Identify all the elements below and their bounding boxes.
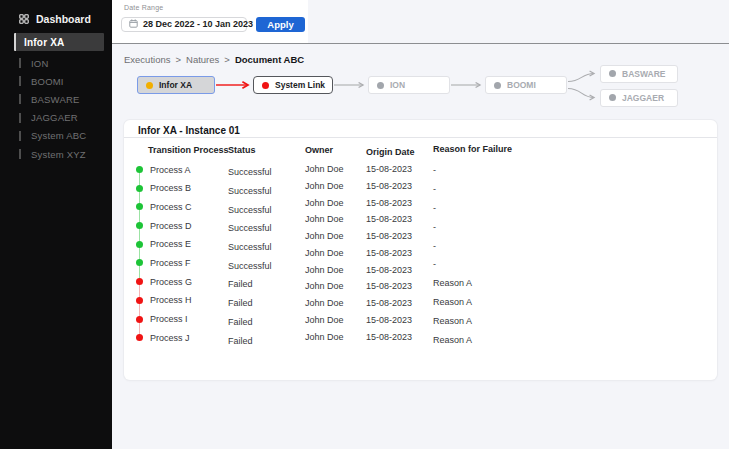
sidebar-item-label: System XYZ — [31, 149, 86, 160]
origin-date-cell: 15-08-2023 — [366, 295, 412, 312]
date-range-input[interactable]: 28 Dec 2022 - 10 Jan 2023 — [121, 17, 247, 32]
origin-date-cell: 15-08-2023 — [366, 194, 412, 211]
process-cell: Process E — [150, 235, 192, 254]
instance-card-title: Infor XA - Instance 01 — [138, 125, 240, 136]
timeline-row — [136, 310, 143, 329]
flow-node-label: JAGGAER — [622, 93, 664, 103]
status-dot-icon — [146, 82, 153, 89]
breadcrumb-separator: > — [224, 54, 230, 65]
status-cell: Successful — [228, 238, 272, 257]
process-status-dot-icon — [136, 316, 143, 323]
status-dot-icon — [609, 94, 616, 101]
process-status-dot-icon — [136, 334, 143, 341]
owner-cell: John Doe — [305, 228, 344, 245]
status-cell: Failed — [228, 275, 272, 294]
process-status-dot-icon — [136, 185, 143, 192]
sidebar-item-system-xyz[interactable]: System XYZ — [0, 145, 112, 163]
flow-node-boomi[interactable]: BOOMI — [485, 76, 567, 94]
status-dot-icon — [609, 70, 616, 77]
owner-cell: John Doe — [305, 261, 344, 278]
status-cell: Successful — [228, 219, 272, 238]
process-cell: Process G — [150, 272, 192, 291]
flow-node-jaggaer[interactable]: JAGGAER — [600, 89, 678, 107]
reason-cell: - — [433, 161, 472, 180]
timeline-row — [136, 235, 143, 254]
process-cell: Process B — [150, 179, 192, 198]
breadcrumb-separator: > — [175, 54, 181, 65]
column-header-transition-process: Transition Process — [148, 145, 229, 155]
breadcrumb-item: Document ABC — [235, 54, 304, 65]
origin-date-cell: 15-08-2023 — [366, 312, 412, 329]
column-header-reason-for-failure: Reason for Failure — [433, 144, 512, 154]
flow-node-basware[interactable]: BASWARE — [600, 65, 678, 83]
process-status-dot-icon — [136, 166, 143, 173]
breadcrumb: Executions>Natures>Document ABC — [124, 54, 304, 65]
reason-cell: - — [433, 255, 472, 274]
flow-node-label: ION — [390, 80, 405, 90]
process-cell: Process J — [150, 328, 192, 347]
sidebar-item-system-abc[interactable]: System ABC — [0, 127, 112, 145]
timeline-row — [136, 160, 143, 179]
owner-cell: John Doe — [305, 328, 344, 345]
sidebar-item-infor-xa[interactable]: Infor XA — [14, 33, 104, 51]
process-status-dot-icon — [136, 278, 143, 285]
process-cell: Process A — [150, 160, 192, 179]
breadcrumb-item[interactable]: Natures — [186, 54, 219, 65]
sidebar: Dashboard Infor XAIONBOOMIBASWAREJAGGAER… — [0, 0, 112, 449]
flow-node-system-link[interactable]: System Link — [253, 76, 333, 94]
reason-column: ------Reason AReason AReason AReason A — [433, 161, 472, 349]
reason-cell: - — [433, 217, 472, 236]
nav-item-tick-icon — [19, 94, 21, 104]
origin-date-cell: 15-08-2023 — [366, 278, 412, 295]
timeline-row — [136, 254, 143, 273]
sidebar-item-ion[interactable]: ION — [0, 54, 112, 72]
nav-item-tick-icon — [19, 113, 21, 123]
status-cell: Successful — [228, 200, 272, 219]
owner-cell: John Doe — [305, 211, 344, 228]
timeline-row — [136, 198, 143, 217]
nav-item-tick-icon — [19, 149, 21, 159]
reason-cell: Reason A — [433, 293, 472, 312]
status-cell: Successful — [228, 182, 272, 201]
reason-cell: - — [433, 180, 472, 199]
origin-date-cell: 15-08-2023 — [366, 211, 412, 228]
flow-node-ion[interactable]: ION — [368, 76, 450, 94]
flow-node-label: System Link — [275, 80, 325, 90]
status-cell: Successful — [228, 163, 272, 182]
process-status-dot-icon — [136, 241, 143, 248]
date-range-label: Date Range — [124, 4, 163, 11]
owner-cell: John Doe — [305, 312, 344, 329]
nav-item-tick-icon — [19, 58, 21, 68]
nav-item-tick-icon — [19, 76, 21, 86]
process-cell: Process F — [150, 254, 192, 273]
sidebar-dashboard-link[interactable]: Dashboard — [19, 11, 91, 27]
reason-cell: - — [433, 236, 472, 255]
apply-button[interactable]: Apply — [256, 17, 305, 33]
reason-cell: - — [433, 199, 472, 218]
sidebar-item-boomi[interactable]: BOOMI — [0, 72, 112, 90]
sidebar-item-jaggaer[interactable]: JAGGAER — [0, 109, 112, 127]
status-dot-icon — [262, 82, 269, 89]
owner-cell: John Doe — [305, 278, 344, 295]
process-status-dot-icon — [136, 203, 143, 210]
process-cell: Process D — [150, 216, 192, 235]
flow-node-label: Infor XA — [159, 80, 192, 90]
sidebar-item-label: JAGGAER — [31, 112, 78, 123]
calendar-icon — [129, 19, 138, 30]
reason-cell: Reason A — [433, 274, 472, 293]
sidebar-item-label: BOOMI — [31, 76, 64, 87]
process-cell: Process C — [150, 198, 192, 217]
flow-node-infor-xa[interactable]: Infor XA — [137, 76, 215, 94]
origin-date-cell: 15-08-2023 — [366, 161, 412, 178]
column-header-origin-date: Origin Date — [366, 147, 415, 157]
status-dot-icon — [377, 82, 384, 89]
origin-date-cell: 15-08-2023 — [366, 245, 412, 262]
grid-dashboard-icon — [19, 14, 29, 24]
sidebar-item-basware[interactable]: BASWARE — [0, 90, 112, 108]
origin-date-cell: 15-08-2023 — [366, 261, 412, 278]
breadcrumb-item[interactable]: Executions — [124, 54, 170, 65]
content: Executions>Natures>Document ABC Infor XA — [112, 44, 729, 449]
status-cell: Failed — [228, 294, 272, 313]
process-cell: Process H — [150, 291, 192, 310]
date-range-value: 28 Dec 2022 - 10 Jan 2023 — [143, 19, 253, 29]
